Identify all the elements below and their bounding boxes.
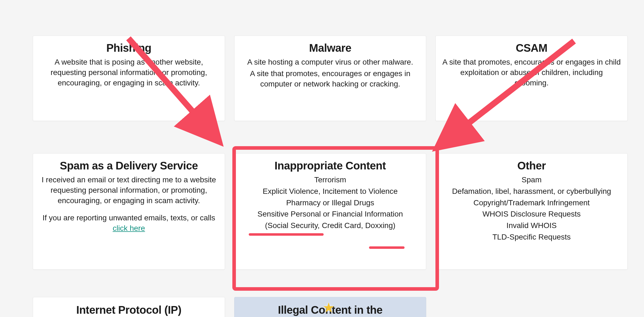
- card-other[interactable]: Other Spam Defamation, libel, harassment…: [435, 153, 628, 270]
- other-l1: Spam: [442, 175, 621, 185]
- other-l2: Defamation, libel, harassment, or cyberb…: [442, 186, 621, 197]
- card-desc-2: If you are reporting unwanted emails, te…: [40, 213, 218, 234]
- card-spam-delivery[interactable]: Spam as a Delivery Service I received an…: [33, 153, 225, 270]
- other-l6: TLD-Specific Requests: [442, 232, 621, 242]
- other-l4: WHOIS Disclosure Requests: [442, 209, 621, 219]
- inapp-l5: (Social Security, Credit Card, Doxxing): [241, 220, 420, 231]
- category-grid-row1: Phishing A website that is posing as ano…: [33, 36, 628, 121]
- inapp-l4: Sensitive Personal or Financial Informat…: [241, 209, 420, 219]
- card-desc: A website that is posing as another webs…: [40, 57, 218, 88]
- card-title: Inappropriate Content: [241, 160, 420, 172]
- category-grid-row2: Spam as a Delivery Service I received an…: [33, 153, 628, 270]
- inapp-l2: Explicit Violence, Incitement to Violenc…: [241, 186, 420, 197]
- card-title: CSAM: [442, 42, 621, 54]
- card-desc: A site that promotes, encourages or enga…: [442, 57, 621, 88]
- inapp-l1: Terrorism: [241, 175, 420, 185]
- card-phishing[interactable]: Phishing A website that is posing as ano…: [33, 36, 225, 121]
- card-internet-protocol[interactable]: Internet Protocol (IP): [33, 297, 225, 317]
- card-title: Other: [442, 160, 621, 172]
- card-title: Phishing: [40, 42, 218, 54]
- click-here-link[interactable]: click here: [113, 224, 145, 232]
- card-desc-2: A site that promotes, encourages or enga…: [241, 68, 420, 89]
- card-csam[interactable]: CSAM A site that promotes, encourages or…: [435, 36, 628, 121]
- card-malware[interactable]: Malware A site hosting a computer virus …: [234, 36, 426, 121]
- card-title: Malware: [241, 42, 420, 54]
- card-inappropriate-content[interactable]: Inappropriate Content Terrorism Explicit…: [234, 153, 426, 270]
- card-title: Spam as a Delivery Service: [40, 160, 218, 172]
- card-desc-1: A site hosting a computer virus or other…: [241, 57, 420, 67]
- card-illegal-content[interactable]: Illegal Content in the: [234, 297, 426, 317]
- intro-text: is not complete. In order for us to succ…: [0, 0, 644, 0]
- other-l5: Invalid WHOIS: [442, 220, 621, 231]
- other-l3: Copyright/Trademark Infringement: [442, 198, 621, 208]
- inapp-l3: Pharmacy or Illegal Drugs: [241, 198, 420, 208]
- category-grid-row3: Internet Protocol (IP) Illegal Content i…: [33, 297, 628, 317]
- card-desc-2-prefix: If you are reporting unwanted emails, te…: [42, 214, 215, 222]
- card-desc-1: I received an email or text directing me…: [40, 175, 218, 206]
- card-title: Internet Protocol (IP): [40, 304, 218, 316]
- card-title: Illegal Content in the: [241, 304, 420, 316]
